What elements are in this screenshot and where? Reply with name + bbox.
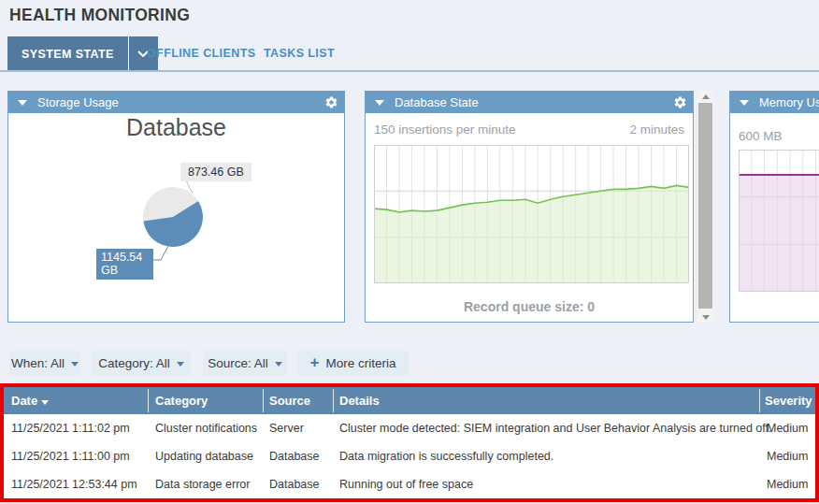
time-window-label: 2 minutes — [629, 122, 684, 137]
storage-usage-panel-header[interactable]: Storage Usage — [8, 92, 344, 113]
events-table: Date Category Source Details Severity 11… — [0, 383, 819, 502]
column-header-details[interactable]: Details — [339, 387, 380, 414]
collapse-chevron-icon[interactable] — [18, 100, 27, 106]
tab-offline-clients[interactable]: OFFLINE CLIENTS — [147, 36, 255, 71]
filter-source[interactable]: Source: All — [203, 351, 287, 376]
tab-bar-underline — [0, 70, 819, 72]
cell-source: Database — [269, 442, 320, 470]
database-state-panel: Database State 150 insertions per minute… — [365, 91, 694, 323]
scrollbar-thumb[interactable] — [698, 103, 712, 309]
column-divider — [759, 389, 760, 412]
column-header-severity[interactable]: Severity — [765, 387, 812, 414]
cell-date: 11/25/2021 1:11:00 pm — [11, 442, 130, 470]
column-divider — [148, 389, 149, 412]
chevron-down-icon — [177, 362, 184, 367]
chevron-down-icon — [275, 362, 282, 367]
storage-pie-chart — [142, 186, 204, 248]
gear-icon[interactable] — [673, 95, 687, 109]
storage-usage-panel: Storage Usage Database 873.46 GB 1145.54… — [7, 91, 345, 323]
memory-usage-panel-title: Memory Usage — [759, 95, 819, 109]
collapse-chevron-icon[interactable] — [740, 100, 749, 106]
cell-details: Cluster mode detected: SIEM integration … — [339, 414, 772, 442]
column-header-source[interactable]: Source — [269, 387, 310, 414]
filter-category-label: Category: All — [98, 356, 170, 370]
cell-severity: Medium — [767, 442, 808, 470]
column-header-category[interactable]: Category — [155, 387, 208, 414]
chevron-down-icon — [71, 362, 79, 367]
database-insertions-chart — [374, 145, 689, 283]
page-title: HEALTH MONITORING — [9, 6, 190, 25]
column-header-date[interactable]: Date — [11, 387, 49, 414]
gear-icon[interactable] — [324, 95, 338, 109]
scroll-up-button[interactable] — [697, 91, 713, 102]
cell-date: 11/25/2021 1:11:02 pm — [11, 414, 130, 442]
scroll-down-icon — [702, 315, 710, 320]
database-state-panel-title: Database State — [395, 95, 479, 109]
database-state-panel-header[interactable]: Database State — [366, 92, 693, 113]
column-divider — [263, 389, 264, 412]
cell-details: Running out of free space — [339, 470, 473, 498]
table-row[interactable]: 11/25/2021 1:11:02 pm Cluster notificati… — [4, 414, 815, 442]
health-monitoring-screen: HEALTH MONITORING SYSTEM STATE OFFLINE C… — [0, 0, 819, 504]
cell-category: Cluster notifications — [155, 414, 257, 442]
plus-icon: + — [310, 354, 320, 370]
cell-source: Server — [269, 414, 304, 442]
table-row[interactable]: 11/25/2021 12:53:44 pm Data storage erro… — [4, 470, 815, 498]
events-table-header: Date Category Source Details Severity — [4, 387, 815, 414]
more-criteria-label: More criteria — [325, 356, 395, 370]
cell-source: Database — [269, 470, 320, 498]
tab-system-state-label: SYSTEM STATE — [7, 36, 128, 71]
filter-source-label: Source: All — [208, 356, 268, 370]
memory-max-label: 600 MB — [739, 129, 783, 143]
cell-details: Data migration is successfully completed… — [339, 442, 553, 470]
record-queue-label: Record queue size: 0 — [366, 299, 693, 314]
cell-severity: Medium — [767, 414, 808, 442]
table-row[interactable]: 11/25/2021 1:11:00 pm Updating database … — [4, 442, 815, 470]
scroll-up-icon — [702, 94, 710, 99]
cell-date: 11/25/2021 12:53:44 pm — [11, 470, 137, 498]
filter-category[interactable]: Category: All — [92, 351, 191, 376]
storage-usage-panel-title: Storage Usage — [37, 95, 119, 109]
sort-descending-icon — [41, 400, 49, 405]
tab-tasks-list[interactable]: TASKS LIST — [264, 36, 335, 71]
pie-free-space-label: 873.46 GB — [180, 163, 251, 181]
widgets-scrollbar[interactable] — [697, 91, 713, 323]
scroll-down-button[interactable] — [697, 311, 713, 323]
column-divider — [333, 389, 334, 412]
collapse-chevron-icon[interactable] — [375, 100, 384, 106]
memory-usage-chart — [739, 150, 819, 292]
insertions-rate-label: 150 insertions per minute — [374, 122, 516, 137]
cell-category: Updating database — [155, 442, 253, 470]
cell-severity: Medium — [767, 470, 808, 498]
filter-when[interactable]: When: All — [9, 351, 80, 376]
tab-system-state[interactable]: SYSTEM STATE — [7, 36, 158, 71]
storage-chart-title: Database — [8, 114, 344, 141]
pie-used-space-label: 1145.54 GB — [96, 249, 153, 280]
memory-usage-panel-header[interactable]: Memory Usage — [730, 92, 819, 113]
more-criteria-button[interactable]: +More criteria — [297, 351, 409, 376]
memory-usage-panel: Memory Usage 600 MB — [729, 91, 819, 323]
filter-when-label: When: All — [11, 356, 65, 370]
cell-category: Data storage error — [155, 470, 250, 498]
